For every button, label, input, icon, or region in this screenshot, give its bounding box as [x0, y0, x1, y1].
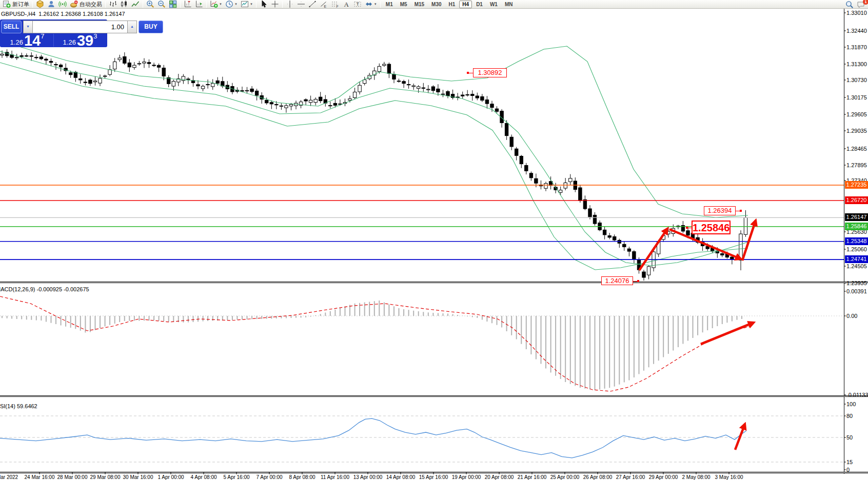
notification-badge: 1 — [863, 0, 868, 5]
zoom-out-button[interactable] — [156, 0, 167, 8]
fibo-icon: E — [320, 0, 328, 8]
toolbar-separator — [206, 1, 207, 8]
zoom-out-icon — [157, 0, 166, 8]
trendline-button[interactable] — [307, 0, 318, 8]
periods-icon — [225, 0, 233, 8]
price-level-label[interactable]: 1.26720 — [845, 196, 868, 204]
toolbar-separator — [282, 1, 283, 8]
svg-text:E: E — [324, 5, 326, 8]
price-level-label[interactable]: 1.24741 — [845, 255, 868, 263]
line-chart-button[interactable] — [130, 0, 141, 8]
rsi-label: RSI(14) 59.6462 — [0, 403, 37, 409]
toolbar-separator — [105, 1, 106, 8]
timeframe-m1-button[interactable]: M1 — [383, 1, 396, 8]
volume-input[interactable] — [33, 21, 127, 33]
bar-chart-button[interactable] — [107, 0, 119, 8]
sell-price[interactable]: 1.26 14 7 — [1, 33, 53, 47]
toolbar-separator — [256, 1, 257, 8]
svg-text:A: A — [344, 1, 349, 8]
one-click-trading-panel: SELL ▼ ▲ BUY 1.26 14 7 1.26 39 3 — [0, 19, 107, 47]
timeframe-h1-button[interactable]: H1 — [446, 1, 459, 8]
line-chart-icon — [131, 0, 140, 8]
fibonacci-button[interactable]: E — [318, 0, 329, 8]
new-order-icon — [3, 0, 11, 8]
timeframe-mn-button[interactable]: MN — [502, 1, 516, 8]
indicators-button[interactable]: ▼ — [208, 0, 224, 8]
mt4-terminal: 新订单自动交易▼▼▼EFAT▼ M1M5M15M30H1H4D1W1MN 1 G… — [0, 0, 868, 480]
svg-text:F: F — [336, 5, 338, 8]
channel-button[interactable]: F — [329, 0, 341, 8]
chevron-down-icon: ▼ — [234, 3, 238, 6]
label-icon: T — [353, 0, 362, 8]
toolbar: 新订单自动交易▼▼▼EFAT▼ M1M5M15M30H1H4D1W1MN 1 — [0, 0, 868, 9]
zoom-in-button[interactable] — [145, 0, 156, 8]
chevron-down-icon: ▼ — [374, 3, 377, 6]
indicators-icon — [210, 0, 218, 8]
macd-label: MACD(12,26,9) -0.000925 -0.002675 — [0, 286, 89, 292]
cursor-icon — [260, 0, 268, 8]
zoom-in-icon — [146, 0, 154, 8]
chat-icon[interactable]: 1 — [855, 1, 866, 9]
text-button[interactable]: A — [341, 0, 352, 8]
market-button[interactable] — [34, 0, 46, 8]
price-level-label[interactable]: 1.25348 — [845, 237, 868, 245]
timeframe-m15-button[interactable]: M15 — [411, 1, 427, 8]
community-icon — [47, 0, 55, 8]
templates-button[interactable]: ▼ — [239, 0, 254, 8]
hline-icon — [297, 0, 305, 8]
buy-button[interactable]: BUY — [139, 21, 163, 33]
chart-ohlc-line: GBPUSD-,H4 1.26162 1.26368 1.26108 1.261… — [1, 11, 125, 17]
signals-button[interactable] — [57, 0, 68, 8]
price-annotation-label[interactable]: 1.30892 — [473, 68, 507, 77]
volume-decrease-button[interactable]: ▼ — [23, 21, 33, 33]
arrows-button[interactable]: ▼ — [363, 0, 379, 8]
volume-increase-button[interactable]: ▲ — [127, 21, 137, 33]
periods-button[interactable]: ▼ — [224, 0, 239, 8]
chart-shift-icon — [184, 0, 192, 8]
toolbar-separator — [180, 1, 181, 8]
new-order-button[interactable]: 新订单 — [1, 0, 31, 8]
candles-chart-icon — [120, 0, 128, 8]
crosshair-button[interactable] — [269, 0, 281, 8]
toolbar-separator — [32, 1, 33, 8]
auto-scroll-icon — [195, 0, 203, 8]
sell-button[interactable]: SELL — [1, 21, 22, 33]
buy-price[interactable]: 1.26 39 3 — [54, 33, 106, 47]
chart-shift-button[interactable] — [182, 0, 193, 8]
market-icon — [36, 0, 44, 8]
auto-trading-button[interactable]: 自动交易 — [68, 0, 104, 8]
trendline-icon — [308, 0, 317, 8]
signals-icon — [58, 0, 67, 8]
price-level-label[interactable]: 1.26147 — [845, 213, 868, 221]
chevron-down-icon: ▼ — [250, 3, 253, 6]
search-icon[interactable] — [844, 1, 855, 9]
text-icon: A — [342, 0, 350, 8]
price-level-label[interactable]: 1.25846 — [845, 223, 868, 230]
horizontal-line-button[interactable] — [295, 0, 307, 8]
price-annotation-label[interactable]: 1.26394 — [704, 206, 736, 215]
timeframe-w1-button[interactable]: W1 — [487, 1, 501, 8]
auto-scroll-button[interactable] — [193, 0, 205, 8]
vline-icon — [286, 0, 294, 8]
tile-windows-button[interactable] — [167, 0, 179, 8]
toolbar-separator — [143, 1, 143, 8]
price-level-label[interactable]: 1.27235 — [845, 181, 868, 189]
cursor-button[interactable] — [258, 0, 269, 8]
timeframe-m5-button[interactable]: M5 — [397, 1, 410, 8]
tile-windows-icon — [169, 0, 177, 8]
candlestick-chart-button[interactable] — [119, 0, 130, 8]
text-label-button[interactable]: T — [352, 0, 363, 8]
timeframe-h4-button[interactable]: H4 — [459, 1, 472, 8]
crosshair-icon — [271, 0, 279, 8]
autotrade-icon — [70, 0, 78, 8]
shapes-icon — [365, 0, 373, 8]
timeframe-m30-button[interactable]: M30 — [428, 1, 444, 8]
channel-icon: F — [331, 0, 339, 8]
chart-canvas[interactable] — [0, 0, 868, 480]
timeframe-d1-button[interactable]: D1 — [473, 1, 486, 8]
price-annotation-label[interactable]: 1.24076 — [601, 276, 633, 285]
vertical-line-button[interactable] — [284, 0, 295, 8]
toolbar-separator — [380, 1, 381, 8]
community-button[interactable] — [46, 0, 57, 8]
price-annotation-label[interactable]: 1.25846 — [692, 221, 731, 234]
